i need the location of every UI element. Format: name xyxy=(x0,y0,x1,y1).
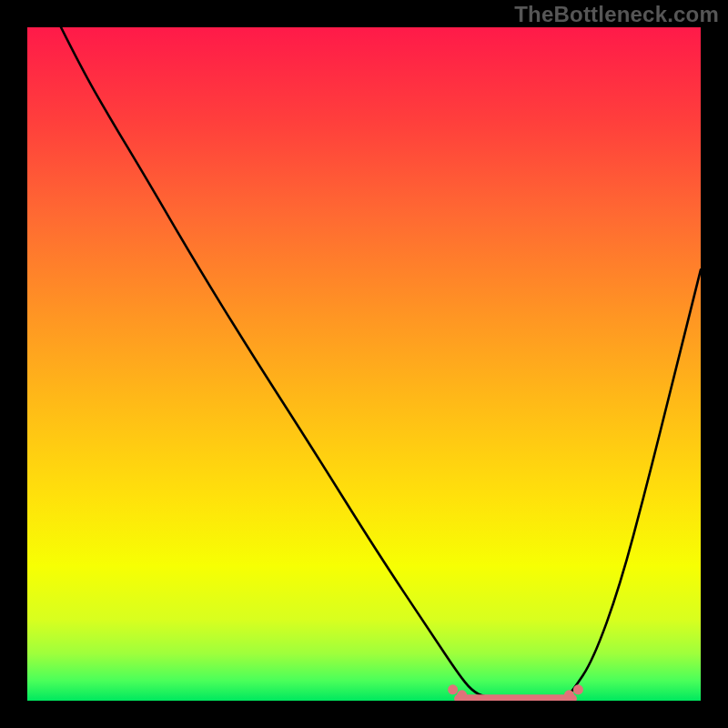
trough-markers-svg xyxy=(27,27,701,701)
plot-area xyxy=(27,27,701,701)
trough-dot xyxy=(573,684,583,694)
chart-container: TheBottleneck.com xyxy=(0,0,728,728)
trough-dot xyxy=(448,684,458,694)
trough-marker-group xyxy=(448,684,583,700)
trough-dot xyxy=(564,690,574,700)
trough-dot xyxy=(457,690,467,700)
watermark-text: TheBottleneck.com xyxy=(514,2,719,27)
